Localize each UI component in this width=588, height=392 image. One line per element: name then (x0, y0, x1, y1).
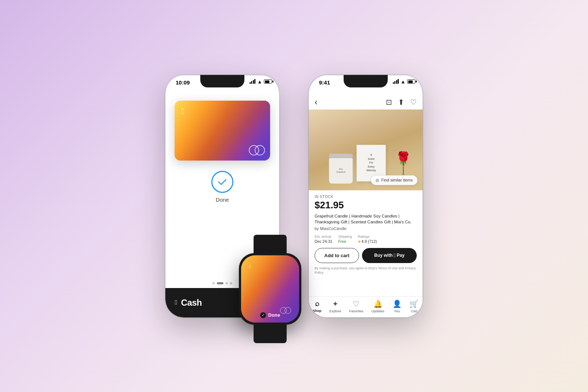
watch-done-label: Done (268, 312, 280, 318)
product-buttons: Add to cart Buy with  Pay (315, 248, 417, 263)
flower-icon: 🌹 (395, 151, 412, 166)
signal-icon (250, 79, 256, 84)
buy-with-label: Buy with (374, 253, 392, 258)
right-phone: 9:41 ▲ ‹ ⊡ ⬆ ♡ (309, 75, 423, 317)
apple-watch-container:  ✓ Done (239, 253, 301, 325)
favorite-icon[interactable]: ♡ (410, 98, 417, 107)
left-status-icons: ▲ (250, 79, 272, 84)
share-icon[interactable]: ⬆ (398, 98, 404, 107)
buy-with-apple-pay-button[interactable]: Buy with  Pay (362, 248, 417, 263)
apple-logo-card:  (181, 107, 184, 116)
nav-item-updates[interactable]: 🔔 Updates (372, 299, 384, 313)
purchase-disclaimer: By making a purchase, you agree to Etsy'… (315, 266, 417, 275)
pay-label: Pay (397, 253, 404, 258)
watch-band-top (254, 235, 287, 255)
left-status-bar: 10:09 ▲ (165, 75, 279, 93)
jar-label: ElsyGrapefruit (335, 166, 347, 175)
shipping-label: Shipping (338, 234, 352, 238)
ratings-value: ★4.9 (712) (358, 239, 377, 244)
checkmark-circle (211, 171, 233, 193)
explore-icon: ✦ (332, 299, 338, 308)
shop-label: Shop (313, 309, 322, 313)
dot-2 (217, 282, 223, 284)
shipping-item: Shipping Free (338, 234, 352, 244)
jar-body: ElsyGrapefruit (329, 158, 353, 184)
updates-icon: 🔔 (373, 299, 383, 308)
shop-icon: ⌕ (315, 299, 319, 308)
ratings-item: Ratings ★4.9 (712) (358, 234, 377, 244)
updates-label: Updates (372, 309, 384, 313)
watch-done-bar: ✓ Done (241, 312, 299, 318)
watch-checkmark-icon: ✓ (260, 312, 266, 318)
back-button[interactable]: ‹ (315, 97, 318, 107)
dot-3 (226, 282, 228, 284)
add-to-cart-button[interactable]: Add to cart (315, 248, 359, 263)
nav-item-explore[interactable]: ✦ Explore (329, 299, 341, 313)
watch-band-bottom (254, 323, 287, 343)
battery-icon (264, 79, 272, 84)
est-arrival-item: Est. arrival Dec 24-31 (315, 234, 332, 244)
right-battery-icon (407, 79, 415, 84)
apple-cash-text: Cash (181, 298, 202, 308)
apple-cash-apple-icon:  (175, 299, 178, 306)
favorites-label: Favorites (349, 309, 363, 313)
product-price: $21.95 (315, 199, 417, 211)
nav-item-favorites[interactable]: ♡ Favorites (349, 299, 363, 313)
product-title: Grapefruit Candle | Handmade Soy Candles… (315, 213, 417, 225)
watch-apple-logo:  (249, 263, 251, 269)
right-status-icons: ▲ (393, 79, 415, 84)
left-time: 10:09 (176, 79, 190, 86)
est-arrival-label: Est. arrival (315, 234, 332, 238)
apple-watch:  ✓ Done (239, 253, 301, 325)
book-text: AScentForEveryMemory (366, 153, 376, 173)
you-label: You (394, 309, 400, 313)
in-stock-label: IN STOCK (315, 195, 417, 199)
apple-pay-apple-icon:  (394, 252, 395, 258)
mastercard-logo (249, 145, 265, 155)
explore-label: Explore (329, 309, 341, 313)
done-section: Done (211, 171, 233, 203)
product-seller: by MiasCoCandle (315, 226, 417, 231)
jar-lid (329, 154, 353, 158)
you-icon: 👤 (392, 299, 402, 308)
find-similar-label: Find similar items (381, 178, 413, 182)
candle-jar: ElsyGrapefruit (329, 154, 353, 183)
right-status-bar: 9:41 ▲ (309, 75, 423, 93)
right-signal-icon (393, 79, 399, 84)
etsy-nav-bar: ‹ ⊡ ⬆ ♡ (309, 93, 423, 109)
apple-card:  (175, 101, 270, 161)
nav-item-cart[interactable]: 🛒 Cart (409, 299, 419, 313)
shipping-value: Free (338, 239, 352, 244)
cart-icon: 🛒 (409, 299, 419, 308)
ratings-stars: ★ (358, 239, 361, 244)
page-dots (212, 282, 232, 284)
nav-item-you[interactable]: 👤 You (392, 299, 402, 313)
done-label: Done (216, 197, 229, 203)
ratings-label: Ratings (358, 234, 377, 238)
product-details: IN STOCK $21.95 Grapefruit Candle | Hand… (309, 190, 423, 296)
watch-screen:  ✓ Done (241, 255, 299, 323)
right-time: 9:41 (319, 79, 330, 86)
find-similar-button[interactable]: ◎ Find similar items (371, 175, 417, 185)
cart-label: Cart (411, 309, 417, 313)
scene: 10:09 ▲  (165, 75, 423, 317)
dot-1 (212, 282, 215, 284)
etsy-nav-icons: ⊡ ⬆ ♡ (386, 98, 417, 107)
dot-4 (230, 282, 232, 284)
checkmark-svg (217, 176, 228, 187)
right-wifi-icon: ▲ (401, 79, 405, 84)
ar-icon[interactable]: ⊡ (386, 98, 392, 107)
left-phone-scene: 10:09 ▲  (165, 75, 279, 317)
est-arrival-value: Dec 24-31 (315, 239, 332, 244)
nav-item-shop[interactable]: ⌕ Shop (313, 299, 322, 313)
wifi-icon: ▲ (257, 79, 262, 84)
product-meta: Est. arrival Dec 24-31 Shipping Free Rat… (315, 234, 417, 244)
etsy-bottom-nav: ⌕ Shop ✦ Explore ♡ Favorites 🔔 Updates 👤 (309, 296, 423, 317)
product-image: ElsyGrapefruit AScentForEveryMemory 🌹 ◎ … (309, 109, 423, 190)
etsy-content: ‹ ⊡ ⬆ ♡ ElsyGrapefruit AScent (309, 93, 423, 317)
favorites-icon: ♡ (353, 299, 359, 308)
find-similar-icon: ◎ (376, 178, 379, 183)
